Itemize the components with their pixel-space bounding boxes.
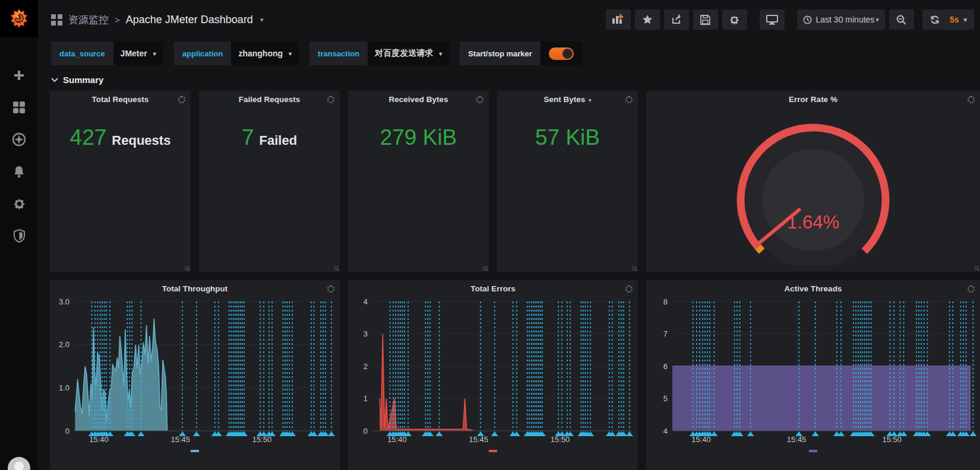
panel-title[interactable]: Error Rate % (646, 91, 980, 104)
stat-unit: Failed (260, 133, 298, 148)
variable-value: JMeter (121, 49, 147, 58)
throughput-chart[interactable]: 15:4015:4515:5001.02.03.0 (53, 296, 337, 446)
zoom-out-icon (896, 15, 906, 25)
svg-text:6: 6 (663, 362, 668, 371)
stat-value: 7 (242, 125, 254, 150)
chevron-down-icon: ▾ (439, 50, 442, 57)
gear-icon (12, 197, 26, 211)
loading-spinner-icon (968, 96, 975, 103)
grafana-logo[interactable] (0, 0, 38, 37)
panel-title[interactable]: Total Throughput (50, 280, 340, 293)
compass-icon (12, 132, 26, 147)
svg-text:15:40: 15:40 (691, 435, 711, 444)
panel-title[interactable]: Total Requests (50, 91, 191, 104)
variable-value: 对百度发送请求 (375, 48, 433, 59)
variable-transaction[interactable]: transaction 对百度发送请求▾ (309, 42, 449, 65)
variable-application[interactable]: application zhanghong▾ (174, 42, 299, 65)
chevron-down-icon: ▾ (153, 50, 156, 57)
stat-value-group: 279 KiB (348, 104, 489, 261)
stat-value-group: 427 Requests (50, 104, 191, 261)
legend-series-icon (809, 450, 817, 452)
sidebar-item-server-admin[interactable] (11, 228, 27, 243)
panel-title[interactable]: Active Threads (646, 280, 980, 293)
marker-toggle-label: Start/stop marker (460, 42, 540, 65)
loading-spinner-icon (327, 285, 334, 293)
svg-text:15:45: 15:45 (469, 435, 488, 444)
chevron-down-icon: ▾ (289, 50, 292, 57)
sidebar-item-configuration[interactable] (11, 196, 27, 211)
save-button[interactable] (693, 9, 718, 30)
bell-icon (12, 165, 26, 178)
share-icon (671, 14, 682, 25)
chevron-down-icon: ▾ (963, 16, 967, 24)
panel-resize-handle[interactable] (185, 266, 189, 271)
dashboard-title[interactable]: Apache JMeter Dashboard (126, 14, 253, 26)
panel-title[interactable]: Total Errors (348, 280, 638, 293)
variable-data-source[interactable]: data_source JMeter▾ (51, 42, 163, 65)
svg-text:8: 8 (663, 297, 668, 306)
chart-legend[interactable] (348, 449, 638, 452)
svg-text:7: 7 (663, 329, 668, 338)
sidebar-item-create[interactable] (11, 68, 27, 83)
add-panel-button[interactable] (606, 9, 631, 30)
panel-title[interactable]: Failed Requests (199, 91, 340, 104)
svg-text:15:40: 15:40 (387, 435, 407, 444)
refresh-interval-value: 5s (950, 15, 959, 24)
stat-value: 279 KiB (380, 125, 457, 150)
time-range-picker[interactable]: Last 30 minutes ▾ (797, 9, 885, 30)
svg-text:0: 0 (363, 427, 368, 436)
svg-text:15:45: 15:45 (170, 435, 190, 444)
user-avatar[interactable] (8, 457, 30, 470)
legend-series-icon (489, 450, 497, 452)
star-button[interactable] (635, 9, 660, 30)
refresh-button[interactable] (922, 9, 947, 30)
gear-icon (729, 14, 740, 26)
monitor-icon (766, 15, 778, 25)
gauge-body: 1.64% (646, 104, 980, 265)
loading-spinner-icon (178, 96, 185, 103)
settings-button[interactable] (722, 9, 747, 30)
save-icon (700, 15, 710, 25)
refresh-interval-dropdown[interactable]: 5s ▾ (947, 15, 974, 24)
marker-toggle-chip: Start/stop marker (460, 42, 582, 65)
panel-title[interactable]: Sent Bytes ▾ (497, 91, 638, 104)
chart-legend[interactable] (646, 449, 980, 452)
chevron-down-icon: ▾ (875, 16, 879, 24)
loading-spinner-icon (327, 96, 334, 103)
start-stop-marker-toggle[interactable] (549, 47, 574, 60)
legend-series-icon (191, 450, 199, 452)
panel-resize-handle[interactable] (974, 266, 979, 271)
panel-title[interactable]: Received Bytes (348, 91, 489, 104)
panel-error-rate: Error Rate % 1.64% (646, 91, 980, 272)
summary-panel-row: Total Requests 427 Requests Failed Reque… (50, 91, 980, 272)
variable-label: data_source (51, 42, 113, 65)
zoom-out-button[interactable] (889, 9, 914, 30)
panel-title-text: Sent Bytes (543, 95, 585, 104)
sidebar-item-alerting[interactable] (11, 164, 27, 179)
top-navbar: 资源监控 > Apache JMeter Dashboard ▾ (38, 0, 980, 39)
sidebar-item-dashboards[interactable] (11, 100, 27, 115)
cycle-view-button[interactable] (760, 9, 785, 30)
svg-text:3.0: 3.0 (59, 297, 69, 306)
panel-active-threads: Active Threads 15:4015:4515:5045678 (646, 280, 980, 470)
panel-menu-caret-icon[interactable]: ▾ (589, 97, 592, 103)
add-panel-icon (612, 14, 625, 25)
breadcrumb-folder[interactable]: 资源监控 (68, 13, 109, 27)
chart-legend[interactable] (50, 449, 340, 452)
panel-resize-handle[interactable] (334, 266, 339, 271)
panel-resize-handle[interactable] (632, 266, 637, 271)
clock-icon (803, 15, 812, 24)
share-button[interactable] (664, 9, 689, 30)
time-range-label: Last 30 minutes (816, 15, 875, 24)
panel-resize-handle[interactable] (483, 266, 488, 271)
row-header-summary[interactable]: Summary (51, 75, 980, 85)
errors-chart[interactable]: 15:4015:4515:5001234 (351, 296, 635, 446)
navbar-actions: Last 30 minutes ▾ (606, 9, 974, 30)
chevron-down-icon[interactable]: ▾ (260, 16, 264, 24)
breadcrumb-separator-icon: > (115, 15, 120, 25)
dashboard-grid-icon (51, 14, 62, 26)
grafana-logo-icon (8, 8, 30, 29)
threads-chart[interactable]: 15:4015:4515:5045678 (651, 296, 979, 446)
sidebar-item-explore[interactable] (11, 132, 27, 147)
loading-spinner-icon (625, 285, 633, 293)
